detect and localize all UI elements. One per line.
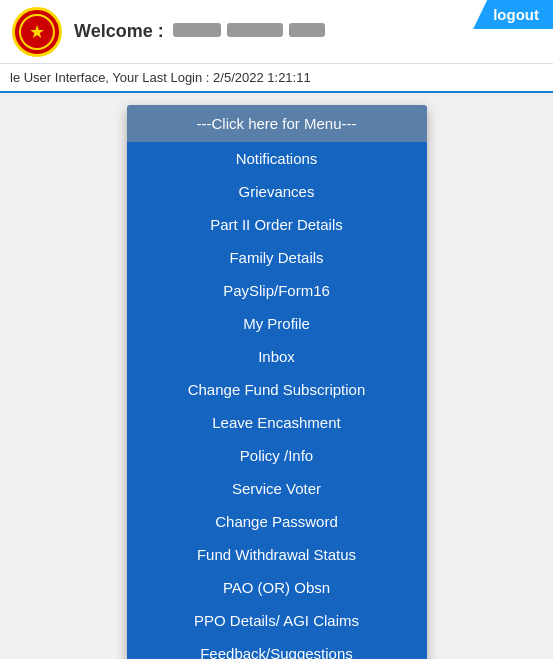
logo-star-icon: ★ — [29, 23, 45, 41]
last-login-bar: le User Interface, Your Last Login : 2/5… — [0, 64, 553, 93]
menu-item-feedback-suggestions[interactable]: Feedback/Suggestions — [127, 637, 427, 659]
name-pill-2 — [227, 23, 283, 37]
name-pill-1 — [173, 23, 221, 37]
dropdown-menu-header[interactable]: ---Click here for Menu--- — [127, 105, 427, 142]
header: ★ Welcome : logout — [0, 0, 553, 64]
menu-item-payslip-form16[interactable]: PaySlip/Form16 — [127, 274, 427, 307]
main-content: ---Click here for Menu--- ⌄ ---Click her… — [0, 93, 553, 161]
menu-item-pao-obsn[interactable]: PAO (OR) Obsn — [127, 571, 427, 604]
menu-item-fund-withdrawal-status[interactable]: Fund Withdrawal Status — [127, 538, 427, 571]
menu-item-change-password[interactable]: Change Password — [127, 505, 427, 538]
welcome-label: Welcome : — [74, 21, 169, 41]
menu-item-my-profile[interactable]: My Profile — [127, 307, 427, 340]
menu-item-notifications[interactable]: Notifications — [127, 142, 427, 175]
menu-item-leave-encashment[interactable]: Leave Encashment — [127, 406, 427, 439]
menu-item-service-voter[interactable]: Service Voter — [127, 472, 427, 505]
welcome-text: Welcome : — [74, 21, 541, 42]
logout-button[interactable]: logout — [473, 0, 553, 29]
last-login-text: le User Interface, Your Last Login : 2/5… — [10, 70, 311, 85]
menu-item-inbox[interactable]: Inbox — [127, 340, 427, 373]
menu-item-part-ii-order-details[interactable]: Part II Order Details — [127, 208, 427, 241]
menu-item-grievances[interactable]: Grievances — [127, 175, 427, 208]
dropdown-menu: ---Click here for Menu--- Notifications … — [127, 105, 427, 659]
menu-item-change-fund-subscription[interactable]: Change Fund Subscription — [127, 373, 427, 406]
menu-item-family-details[interactable]: Family Details — [127, 241, 427, 274]
user-name-placeholder — [173, 23, 325, 37]
logo-inner: ★ — [19, 14, 55, 50]
menu-item-policy-info[interactable]: Policy /Info — [127, 439, 427, 472]
logo: ★ — [12, 7, 62, 57]
name-pill-3 — [289, 23, 325, 37]
menu-item-ppo-details-agi-claims[interactable]: PPO Details/ AGI Claims — [127, 604, 427, 637]
dropdown-wrapper: ---Click here for Menu--- ⌄ ---Click her… — [16, 105, 537, 149]
